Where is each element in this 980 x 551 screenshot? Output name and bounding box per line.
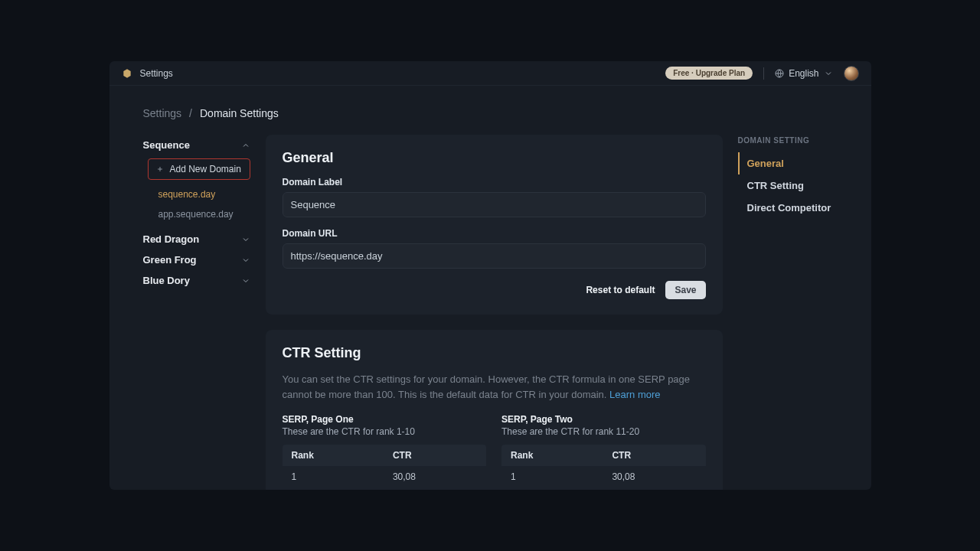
domain-url-input[interactable] [283,243,706,269]
app-window: Settings Free · Upgrade Plan English Set… [109,61,871,490]
ctr-description: You can set the CTR settings for your do… [283,372,706,402]
sidebar-group-blue-dory[interactable]: Blue Dory [143,270,250,291]
serp-two-title: SERP, Page Two [501,414,706,425]
serp-grid: SERP, Page One These are the CTR for ran… [283,414,706,490]
topbar-right: Free · Upgrade Plan English [665,66,858,81]
sidebar-group-green-frog[interactable]: Green Frog [143,249,250,270]
sidebar-item-app-sequence-day[interactable]: app.sequence.day [148,204,250,224]
chevron-down-icon [241,256,250,265]
chevron-down-icon [241,235,250,244]
sidebar-group-red-dragon[interactable]: Red Dragon [143,229,250,249]
serp-page-two: SERP, Page Two These are the CTR for ran… [501,414,706,490]
general-actions: Reset to default Save [283,281,706,299]
breadcrumb-current: Domain Settings [200,107,279,119]
domain-url-field-label: Domain URL [283,228,706,239]
main-column: General Domain Label Domain URL Reset to… [266,135,723,490]
breadcrumb: Settings / Domain Settings [143,107,838,119]
sidebar-group-label: Green Frog [143,254,197,266]
section-nav-heading: DOMAIN SETTING [738,136,838,145]
sidebar-group-label: Blue Dory [143,275,190,286]
topbar-left: Settings [122,68,173,79]
general-heading: General [283,150,706,166]
serp-one-table: Rank CTR 130,08 211,77 36,13 44,42 [283,445,487,490]
topbar-title: Settings [140,68,173,79]
body-area: Settings / Domain Settings Sequence Add … [109,86,871,490]
section-nav-ctr-setting[interactable]: CTR Setting [738,174,838,197]
section-nav-general[interactable]: General [738,152,838,174]
col-rank: Rank [283,445,384,466]
col-ctr: CTR [603,445,705,466]
col-rank: Rank [501,445,603,466]
avatar[interactable] [844,66,859,81]
col-ctr: CTR [384,445,486,466]
section-nav: DOMAIN SETTING General CTR Setting Direc… [738,135,838,490]
layout: Sequence Add New Domain sequence.day app… [143,135,838,490]
domain-label-field-label: Domain Label [283,177,706,187]
ctr-setting-card: CTR Setting You can set the CTR settings… [266,330,723,490]
table-row: 211,77 [501,487,706,490]
add-new-domain-label: Add New Domain [170,164,241,174]
reset-default-button[interactable]: Reset to default [586,285,655,295]
globe-icon [775,69,784,78]
domain-label-input[interactable] [283,192,706,217]
sidebar-item-sequence-day[interactable]: sequence.day [148,184,250,204]
breadcrumb-root[interactable]: Settings [143,107,182,119]
domain-sidebar: Sequence Add New Domain sequence.day app… [143,135,250,490]
save-button[interactable]: Save [665,281,705,299]
sidebar-group-label: Sequence [143,139,190,151]
serp-two-table: Rank CTR 130,08 211,77 36,13 44,42 [501,445,706,490]
upgrade-plan-pill[interactable]: Free · Upgrade Plan [665,67,753,80]
table-row: 211,77 [283,487,487,490]
table-row: 130,08 [501,466,706,487]
topbar: Settings Free · Upgrade Plan English [109,61,871,86]
app-logo-icon [122,68,132,79]
ctr-heading: CTR Setting [283,345,706,361]
general-card: General Domain Label Domain URL Reset to… [266,135,723,315]
serp-one-sub: These are the CTR for rank 1-10 [283,426,487,437]
language-selector[interactable]: English [775,68,832,79]
chevron-down-icon [241,276,250,285]
table-row: 130,08 [283,466,487,487]
language-label: English [789,68,818,79]
serp-one-title: SERP, Page One [283,414,487,425]
learn-more-link[interactable]: Learn more [609,389,660,400]
sidebar-group-sequence[interactable]: Sequence [143,135,250,155]
serp-page-one: SERP, Page One These are the CTR for ran… [283,414,487,490]
section-nav-direct-competitor[interactable]: Direct Competitor [738,197,838,219]
chevron-down-icon [824,69,833,78]
sidebar-group-label: Red Dragon [143,233,200,245]
plus-icon [156,165,164,173]
chevron-up-icon [241,141,250,150]
sidebar-group-children: Add New Domain sequence.day app.sequence… [143,158,250,224]
serp-two-sub: These are the CTR for rank 11-20 [501,426,706,437]
divider [763,67,764,80]
add-new-domain-button[interactable]: Add New Domain [148,158,250,180]
breadcrumb-sep: / [189,107,192,119]
